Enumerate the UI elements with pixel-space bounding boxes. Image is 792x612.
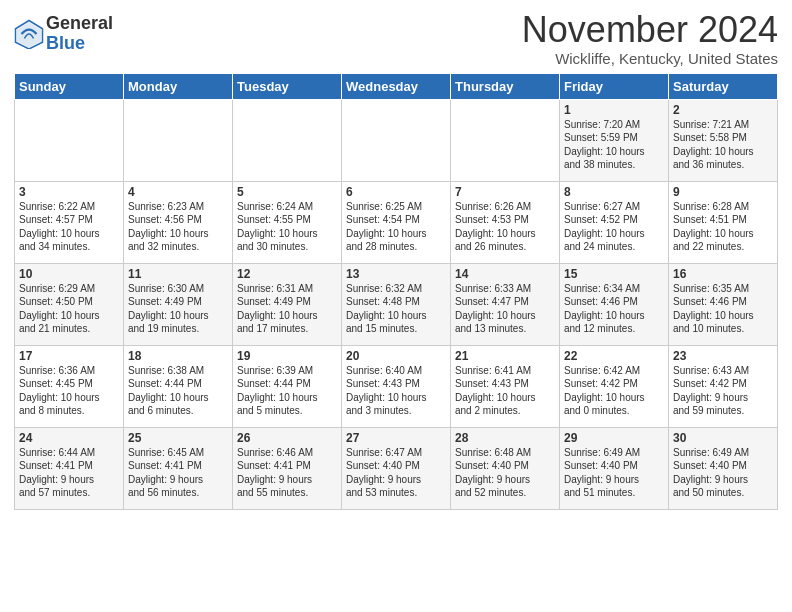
day-info: Sunrise: 6:49 AM Sunset: 4:40 PM Dayligh… [564,446,664,500]
day-info: Sunrise: 6:28 AM Sunset: 4:51 PM Dayligh… [673,200,773,254]
calendar-week-0: 1Sunrise: 7:20 AM Sunset: 5:59 PM Daylig… [15,99,778,181]
day-info: Sunrise: 6:40 AM Sunset: 4:43 PM Dayligh… [346,364,446,418]
calendar-cell: 1Sunrise: 7:20 AM Sunset: 5:59 PM Daylig… [560,99,669,181]
day-number: 21 [455,349,555,363]
day-number: 7 [455,185,555,199]
calendar-week-2: 10Sunrise: 6:29 AM Sunset: 4:50 PM Dayli… [15,263,778,345]
calendar-cell: 10Sunrise: 6:29 AM Sunset: 4:50 PM Dayli… [15,263,124,345]
day-number: 2 [673,103,773,117]
day-number: 15 [564,267,664,281]
calendar-cell [233,99,342,181]
day-number: 9 [673,185,773,199]
day-info: Sunrise: 6:44 AM Sunset: 4:41 PM Dayligh… [19,446,119,500]
day-info: Sunrise: 6:49 AM Sunset: 4:40 PM Dayligh… [673,446,773,500]
day-number: 14 [455,267,555,281]
calendar-cell: 17Sunrise: 6:36 AM Sunset: 4:45 PM Dayli… [15,345,124,427]
day-info: Sunrise: 6:45 AM Sunset: 4:41 PM Dayligh… [128,446,228,500]
calendar-week-4: 24Sunrise: 6:44 AM Sunset: 4:41 PM Dayli… [15,427,778,509]
day-number: 12 [237,267,337,281]
calendar-week-3: 17Sunrise: 6:36 AM Sunset: 4:45 PM Dayli… [15,345,778,427]
page: General Blue November 2024 Wickliffe, Ke… [0,0,792,520]
calendar-cell: 2Sunrise: 7:21 AM Sunset: 5:58 PM Daylig… [669,99,778,181]
logo-icon [14,19,44,49]
day-number: 24 [19,431,119,445]
day-number: 3 [19,185,119,199]
logo-general-text: General [46,14,113,34]
calendar-cell: 8Sunrise: 6:27 AM Sunset: 4:52 PM Daylig… [560,181,669,263]
calendar-cell [124,99,233,181]
col-thursday: Thursday [451,73,560,99]
day-number: 25 [128,431,228,445]
day-info: Sunrise: 6:39 AM Sunset: 4:44 PM Dayligh… [237,364,337,418]
day-number: 16 [673,267,773,281]
calendar-cell: 21Sunrise: 6:41 AM Sunset: 4:43 PM Dayli… [451,345,560,427]
day-number: 10 [19,267,119,281]
calendar-cell: 28Sunrise: 6:48 AM Sunset: 4:40 PM Dayli… [451,427,560,509]
day-number: 17 [19,349,119,363]
logo-text: General Blue [46,14,113,54]
col-sunday: Sunday [15,73,124,99]
day-info: Sunrise: 6:29 AM Sunset: 4:50 PM Dayligh… [19,282,119,336]
calendar-cell: 25Sunrise: 6:45 AM Sunset: 4:41 PM Dayli… [124,427,233,509]
day-info: Sunrise: 6:34 AM Sunset: 4:46 PM Dayligh… [564,282,664,336]
calendar-cell: 29Sunrise: 6:49 AM Sunset: 4:40 PM Dayli… [560,427,669,509]
calendar-cell: 3Sunrise: 6:22 AM Sunset: 4:57 PM Daylig… [15,181,124,263]
day-info: Sunrise: 6:35 AM Sunset: 4:46 PM Dayligh… [673,282,773,336]
day-info: Sunrise: 6:42 AM Sunset: 4:42 PM Dayligh… [564,364,664,418]
calendar-week-1: 3Sunrise: 6:22 AM Sunset: 4:57 PM Daylig… [15,181,778,263]
calendar-cell: 27Sunrise: 6:47 AM Sunset: 4:40 PM Dayli… [342,427,451,509]
day-number: 1 [564,103,664,117]
day-number: 11 [128,267,228,281]
day-info: Sunrise: 6:32 AM Sunset: 4:48 PM Dayligh… [346,282,446,336]
day-info: Sunrise: 6:24 AM Sunset: 4:55 PM Dayligh… [237,200,337,254]
calendar-header-row: Sunday Monday Tuesday Wednesday Thursday… [15,73,778,99]
calendar-cell [15,99,124,181]
day-number: 8 [564,185,664,199]
logo: General Blue [14,14,113,54]
calendar-cell: 7Sunrise: 6:26 AM Sunset: 4:53 PM Daylig… [451,181,560,263]
title-section: November 2024 Wickliffe, Kentucky, Unite… [522,10,778,67]
col-tuesday: Tuesday [233,73,342,99]
day-info: Sunrise: 6:43 AM Sunset: 4:42 PM Dayligh… [673,364,773,418]
calendar-cell [342,99,451,181]
day-info: Sunrise: 6:30 AM Sunset: 4:49 PM Dayligh… [128,282,228,336]
calendar-cell: 14Sunrise: 6:33 AM Sunset: 4:47 PM Dayli… [451,263,560,345]
calendar-cell: 12Sunrise: 6:31 AM Sunset: 4:49 PM Dayli… [233,263,342,345]
calendar-cell: 24Sunrise: 6:44 AM Sunset: 4:41 PM Dayli… [15,427,124,509]
calendar-cell: 20Sunrise: 6:40 AM Sunset: 4:43 PM Dayli… [342,345,451,427]
calendar-cell: 4Sunrise: 6:23 AM Sunset: 4:56 PM Daylig… [124,181,233,263]
day-info: Sunrise: 6:41 AM Sunset: 4:43 PM Dayligh… [455,364,555,418]
day-number: 26 [237,431,337,445]
day-info: Sunrise: 6:38 AM Sunset: 4:44 PM Dayligh… [128,364,228,418]
day-info: Sunrise: 6:36 AM Sunset: 4:45 PM Dayligh… [19,364,119,418]
day-number: 23 [673,349,773,363]
day-number: 29 [564,431,664,445]
header: General Blue November 2024 Wickliffe, Ke… [14,10,778,67]
day-number: 13 [346,267,446,281]
calendar-cell [451,99,560,181]
calendar-cell: 15Sunrise: 6:34 AM Sunset: 4:46 PM Dayli… [560,263,669,345]
day-info: Sunrise: 6:31 AM Sunset: 4:49 PM Dayligh… [237,282,337,336]
day-number: 19 [237,349,337,363]
day-info: Sunrise: 6:47 AM Sunset: 4:40 PM Dayligh… [346,446,446,500]
calendar-cell: 18Sunrise: 6:38 AM Sunset: 4:44 PM Dayli… [124,345,233,427]
day-number: 5 [237,185,337,199]
calendar-cell: 9Sunrise: 6:28 AM Sunset: 4:51 PM Daylig… [669,181,778,263]
month-title: November 2024 [522,10,778,50]
calendar-cell: 22Sunrise: 6:42 AM Sunset: 4:42 PM Dayli… [560,345,669,427]
calendar-cell: 30Sunrise: 6:49 AM Sunset: 4:40 PM Dayli… [669,427,778,509]
calendar-cell: 13Sunrise: 6:32 AM Sunset: 4:48 PM Dayli… [342,263,451,345]
col-friday: Friday [560,73,669,99]
calendar-cell: 23Sunrise: 6:43 AM Sunset: 4:42 PM Dayli… [669,345,778,427]
location-subtitle: Wickliffe, Kentucky, United States [522,50,778,67]
day-info: Sunrise: 7:20 AM Sunset: 5:59 PM Dayligh… [564,118,664,172]
calendar-cell: 6Sunrise: 6:25 AM Sunset: 4:54 PM Daylig… [342,181,451,263]
day-number: 27 [346,431,446,445]
calendar-cell: 26Sunrise: 6:46 AM Sunset: 4:41 PM Dayli… [233,427,342,509]
day-number: 28 [455,431,555,445]
col-monday: Monday [124,73,233,99]
day-info: Sunrise: 6:25 AM Sunset: 4:54 PM Dayligh… [346,200,446,254]
day-info: Sunrise: 6:27 AM Sunset: 4:52 PM Dayligh… [564,200,664,254]
day-number: 4 [128,185,228,199]
calendar-cell: 16Sunrise: 6:35 AM Sunset: 4:46 PM Dayli… [669,263,778,345]
